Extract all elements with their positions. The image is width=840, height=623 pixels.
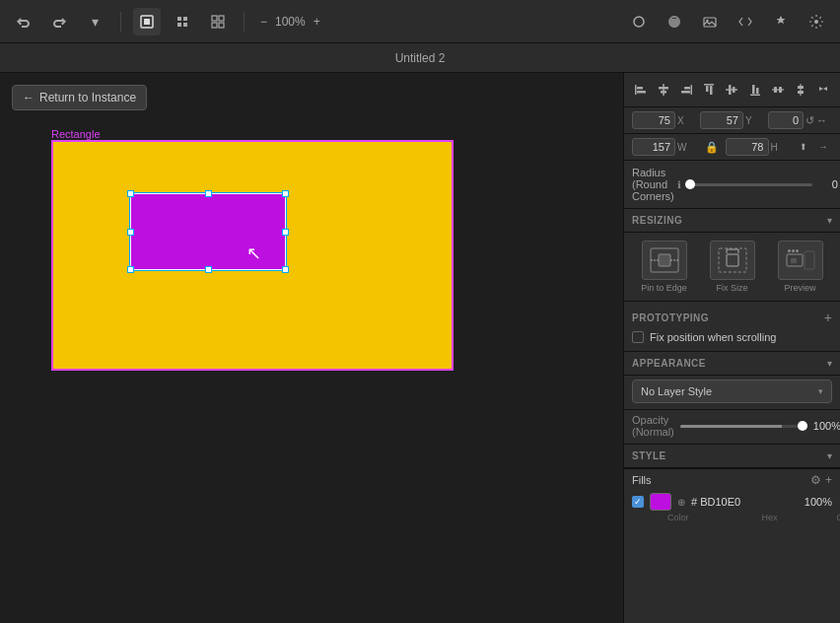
distribute-h-button[interactable]	[767, 79, 788, 101]
align-top-button[interactable]	[699, 79, 720, 101]
selected-rectangle[interactable]	[130, 193, 286, 270]
svg-rect-42	[719, 248, 746, 272]
select-tool[interactable]	[133, 8, 161, 35]
align-middle-v-button[interactable]	[722, 79, 742, 101]
svg-rect-48	[791, 258, 797, 263]
flip-h-button[interactable]	[813, 79, 834, 101]
distribute-v-button[interactable]	[791, 79, 811, 101]
flip-button[interactable]: ⬆	[795, 138, 812, 156]
opacity-slider[interactable]	[680, 425, 807, 428]
plugin-tool[interactable]	[767, 8, 795, 35]
svg-rect-8	[212, 23, 217, 28]
handle-bottom-middle[interactable]	[205, 266, 212, 273]
svg-rect-16	[637, 91, 646, 94]
image-tool[interactable]	[696, 8, 724, 35]
handle-top-middle[interactable]	[205, 190, 212, 197]
redo-dropdown[interactable]: ▾	[81, 8, 108, 35]
grid-tool[interactable]	[204, 8, 232, 35]
return-to-instance-button[interactable]: ← Return to Instance	[12, 85, 147, 110]
svg-rect-43	[727, 254, 738, 266]
zoom-minus[interactable]: −	[256, 13, 271, 31]
component-tool[interactable]	[169, 8, 196, 35]
style-header[interactable]: STYLE ▾	[624, 445, 840, 468]
canvas-area[interactable]: ← Return to Instance Rectangle ↖	[0, 73, 623, 623]
title-bar: Untitled 2	[0, 43, 840, 73]
top-toolbar: ▾ − 100% +	[0, 0, 840, 43]
handle-bottom-left[interactable]	[127, 266, 134, 273]
handle-top-left[interactable]	[127, 190, 134, 197]
fills-title: Fills	[632, 474, 810, 486]
fill-color-col-label: Color	[667, 513, 689, 522]
svg-rect-36	[798, 86, 804, 89]
y-input[interactable]: 57	[700, 111, 743, 129]
prototyping-section: PROTOTYPING + Fix position when scrollin…	[624, 302, 840, 352]
svg-rect-22	[681, 91, 690, 94]
return-to-instance-label: Return to Instance	[39, 91, 136, 104]
svg-point-53	[796, 249, 799, 252]
svg-rect-21	[684, 87, 690, 90]
x-input[interactable]: 75	[632, 111, 675, 129]
appearance-header[interactable]: APPEARANCE ▾	[624, 352, 840, 376]
svg-rect-28	[733, 87, 735, 93]
rotation-input[interactable]: 0	[768, 111, 804, 129]
align-left-button[interactable]	[630, 79, 651, 101]
code-tool[interactable]	[732, 8, 759, 35]
preview-option[interactable]: Preview	[768, 241, 832, 293]
radius-slider[interactable]	[685, 183, 812, 186]
fix-position-row: Fix position when scrolling	[632, 331, 832, 343]
appearance-arrow: ▾	[827, 358, 832, 369]
fix-position-checkbox[interactable]	[632, 331, 644, 343]
handle-top-right[interactable]	[282, 190, 289, 197]
height-input[interactable]	[726, 138, 769, 156]
svg-rect-9	[219, 23, 224, 28]
align-right-button[interactable]	[675, 79, 696, 101]
svg-rect-3	[183, 17, 187, 21]
no-layer-style-dropdown[interactable]: No Layer Style ▾	[632, 380, 832, 403]
aspect-lock-icon[interactable]: 🔒	[702, 141, 722, 154]
fill-enabled-checkbox[interactable]	[632, 496, 644, 508]
zoom-plus[interactable]: +	[310, 13, 324, 31]
redo-button[interactable]	[45, 8, 73, 35]
y-label: Y	[745, 115, 757, 126]
svg-rect-4	[177, 23, 181, 27]
svg-rect-26	[726, 89, 737, 91]
flip-h-icon[interactable]: ↔	[816, 114, 827, 126]
shape-tool[interactable]	[625, 8, 653, 35]
position-row: 75 X 57 Y 0 ↺ ↔	[624, 107, 840, 134]
fills-add-icon[interactable]: +	[825, 473, 832, 487]
settings-tool[interactable]	[803, 8, 830, 35]
svg-rect-7	[219, 16, 224, 21]
handle-bottom-right[interactable]	[282, 266, 289, 273]
svg-rect-14	[635, 85, 637, 95]
svg-rect-23	[704, 84, 714, 86]
pin-to-edge-option[interactable]: Pin to Edge	[632, 241, 696, 293]
style-section: STYLE ▾	[624, 445, 840, 469]
radius-value: 0	[818, 178, 838, 190]
size-row: W 🔒 H ⬆ →	[624, 134, 840, 161]
handle-middle-right[interactable]	[282, 229, 289, 236]
fills-settings-icon[interactable]: ⚙	[810, 473, 821, 487]
resizing-section-header[interactable]: RESIZING ▾	[624, 209, 840, 233]
align-bottom-button[interactable]	[744, 79, 765, 101]
separator-1	[120, 12, 121, 32]
x-label: X	[677, 115, 689, 126]
prototyping-add-button[interactable]: +	[824, 310, 832, 325]
width-input[interactable]	[632, 138, 675, 156]
opacity-value: 100%	[813, 420, 840, 432]
align-center-h-button[interactable]	[653, 79, 673, 101]
svg-rect-20	[691, 85, 693, 95]
w-field-group: W	[632, 138, 698, 156]
prototyping-title: PROTOTYPING	[632, 312, 824, 323]
handle-middle-left[interactable]	[127, 229, 134, 236]
alignment-row	[624, 73, 840, 107]
flip-icon[interactable]: ↺	[805, 114, 814, 127]
rotate-button[interactable]: →	[814, 138, 832, 156]
mask-tool[interactable]	[661, 8, 688, 35]
canvas-frame	[51, 140, 454, 371]
zoom-control[interactable]: − 100% +	[256, 13, 324, 31]
fill-dropper-icon[interactable]: ⊕	[677, 497, 685, 508]
fill-color-swatch[interactable]	[650, 493, 671, 511]
fix-size-option[interactable]: Fix Size	[700, 241, 764, 293]
undo-button[interactable]	[10, 8, 37, 35]
radius-info-icon[interactable]: ℹ	[677, 179, 681, 190]
